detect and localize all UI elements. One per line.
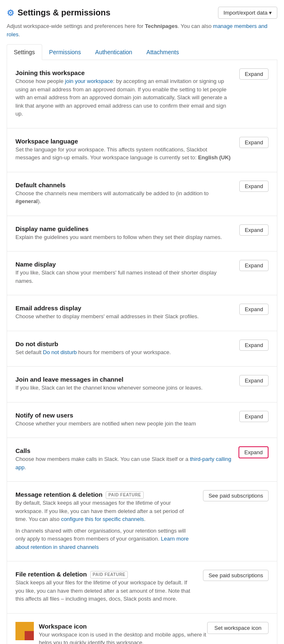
- section-new-users: Notify of new users Choose whether your …: [7, 402, 277, 438]
- section-language-header: Workspace language Set the language for …: [15, 137, 269, 162]
- tab-settings[interactable]: Settings: [7, 44, 42, 60]
- svg-rect-1: [25, 622, 34, 631]
- section-join-leave-title: Join and leave messages in channel: [15, 375, 233, 384]
- section-joining-title: Joining this workspace: [15, 68, 233, 77]
- section-email-display: Email address display Choose whether to …: [7, 295, 277, 331]
- subtitle: Adjust workspace-wide settings and prefe…: [7, 22, 277, 38]
- section-channels-header: Default channels Choose the channels new…: [15, 181, 269, 206]
- channels-expand-button[interactable]: Expand: [239, 181, 269, 192]
- section-calls-title: Calls: [15, 446, 232, 455]
- content-area: Joining this workspace Choose how people…: [7, 60, 277, 644]
- section-display-name-guidelines-title: Display name guidelines: [15, 224, 233, 233]
- section-channels-title: Default channels: [15, 181, 233, 189]
- tab-permissions[interactable]: Permissions: [42, 44, 88, 60]
- workspace-icon-preview: [15, 622, 34, 640]
- third-party-calling-link[interactable]: third-party calling app: [15, 456, 231, 470]
- section-display-name-guidelines-desc: Explain the guidelines you want members …: [15, 233, 233, 242]
- section-language-body: Workspace language Set the language for …: [15, 137, 233, 162]
- subtitle-end: .: [18, 31, 20, 38]
- section-workspace-icon-header: Workspace icon Your workspace icon is us…: [15, 622, 269, 644]
- configure-channels-link[interactable]: configure this for specific channels: [61, 516, 144, 522]
- section-new-users-body: Notify of new users Choose whether your …: [15, 411, 233, 428]
- section-dnd-header: Do not disturb Set default Do not distur…: [15, 340, 269, 357]
- file-retention-paid-button[interactable]: See paid subscriptions: [203, 570, 269, 581]
- section-joining-header: Joining this workspace Choose how people…: [15, 68, 269, 118]
- section-message-retention-header: Message retention & deletionPAID FEATURE…: [15, 490, 269, 551]
- page-header: ⚙ Settings & permissions Import/export d…: [7, 7, 277, 19]
- workspace-icon-area: Workspace icon Your workspace icon is us…: [15, 622, 207, 644]
- section-language: Workspace language Set the language for …: [7, 128, 277, 172]
- calls-expand-button[interactable]: Expand: [238, 446, 269, 458]
- join-workspace-link[interactable]: join your workspace: [65, 78, 113, 84]
- section-display-name-guidelines-body: Display name guidelines Explain the guid…: [15, 224, 233, 242]
- joining-expand-button[interactable]: Expand: [239, 68, 269, 80]
- email-display-expand-button[interactable]: Expand: [239, 304, 269, 315]
- join-leave-expand-button[interactable]: Expand: [239, 375, 269, 386]
- section-file-retention-title: File retention & deletionPAID FEATURE: [15, 570, 196, 579]
- language-expand-button[interactable]: Expand: [239, 137, 269, 148]
- section-channels-body: Default channels Choose the channels new…: [15, 181, 233, 206]
- section-file-retention-header: File retention & deletionPAID FEATURE Sl…: [15, 570, 269, 603]
- section-workspace-icon: Workspace icon Your workspace icon is us…: [7, 614, 277, 644]
- section-new-users-desc: Choose whether your members are notified…: [15, 420, 233, 428]
- page-title-text: Settings & permissions: [18, 8, 110, 18]
- section-email-display-title: Email address display: [15, 304, 233, 312]
- section-dnd-body: Do not disturb Set default Do not distur…: [15, 340, 233, 357]
- section-new-users-header: Notify of new users Choose whether your …: [15, 411, 269, 428]
- message-retention-paid-button[interactable]: See paid subscriptions: [203, 490, 269, 501]
- section-file-retention: File retention & deletionPAID FEATURE Sl…: [7, 561, 277, 614]
- svg-rect-0: [15, 622, 25, 640]
- section-name-display-desc: If you like, Slack can show your members…: [15, 269, 233, 285]
- svg-rect-2: [25, 631, 34, 640]
- section-channels: Default channels Choose the channels new…: [7, 172, 277, 216]
- gear-icon: ⚙: [7, 8, 14, 18]
- section-joining-body: Joining this workspace Choose how people…: [15, 68, 233, 118]
- section-joining-desc: Choose how people join your workspace: b…: [15, 77, 233, 118]
- subtitle-mid: . You can also: [178, 23, 213, 29]
- section-name-display-header: Name display If you like, Slack can show…: [15, 260, 269, 285]
- workspace-icon-desc: Your workspace icon is used in the deskt…: [39, 631, 207, 644]
- display-name-guidelines-expand-button[interactable]: Expand: [239, 224, 269, 236]
- section-calls-desc: Choose how members make calls in Slack. …: [15, 455, 232, 471]
- section-calls: Calls Choose how members make calls in S…: [7, 438, 277, 482]
- workspace-name-header: Technipages: [145, 23, 178, 29]
- section-file-retention-body: File retention & deletionPAID FEATURE Sl…: [15, 570, 196, 603]
- tab-authentication[interactable]: Authentication: [88, 44, 139, 60]
- section-name-display: Name display If you like, Slack can show…: [7, 252, 277, 295]
- section-email-display-header: Email address display Choose whether to …: [15, 304, 269, 321]
- section-message-retention-desc2: In channels shared with other organisati…: [15, 527, 196, 551]
- section-join-leave-desc: If you like, Slack can let the channel k…: [15, 384, 233, 392]
- workspace-icon-title: Workspace icon: [39, 622, 207, 631]
- section-display-name-guidelines-header: Display name guidelines Explain the guid…: [15, 224, 269, 242]
- import-export-button[interactable]: Import/export data ▾: [218, 7, 277, 19]
- section-message-retention-body: Message retention & deletionPAID FEATURE…: [15, 490, 196, 551]
- paid-badge-file: PAID FEATURE: [90, 571, 128, 579]
- section-dnd-title: Do not disturb: [15, 340, 233, 348]
- section-calls-header: Calls Choose how members make calls in S…: [15, 446, 269, 471]
- section-file-retention-desc: Slack keeps all your files for the lifet…: [15, 579, 196, 603]
- tab-attachments[interactable]: Attachments: [139, 44, 186, 60]
- page-wrapper: ⚙ Settings & permissions Import/export d…: [0, 0, 284, 644]
- section-dnd-desc: Set default Do not disturb hours for mem…: [15, 348, 233, 357]
- new-users-expand-button[interactable]: Expand: [239, 411, 269, 422]
- section-join-leave-header: Join and leave messages in channel If yo…: [15, 375, 269, 392]
- section-message-retention-desc: By default, Slack keeps all your message…: [15, 499, 196, 523]
- page-title: ⚙ Settings & permissions: [7, 8, 110, 18]
- section-joining: Joining this workspace Choose how people…: [7, 60, 277, 128]
- section-email-display-desc: Choose whether to display members' email…: [15, 312, 233, 321]
- section-language-desc: Set the language for your workspace. Thi…: [15, 146, 233, 162]
- dnd-link[interactable]: Do not disturb: [43, 349, 77, 355]
- paid-badge-message: PAID FEATURE: [106, 491, 143, 499]
- name-display-expand-button[interactable]: Expand: [239, 260, 269, 271]
- workspace-icon-body: Workspace icon Your workspace icon is us…: [39, 622, 207, 644]
- section-join-leave: Join and leave messages in channel If yo…: [7, 367, 277, 402]
- learn-more-retention-link[interactable]: Learn more about retention in shared cha…: [15, 536, 189, 550]
- set-workspace-icon-button[interactable]: Set workspace icon: [207, 622, 269, 634]
- section-dnd: Do not disturb Set default Do not distur…: [7, 331, 277, 367]
- section-language-title: Workspace language: [15, 137, 233, 146]
- section-channels-desc: Choose the channels new members will aut…: [15, 189, 233, 206]
- section-email-display-body: Email address display Choose whether to …: [15, 304, 233, 321]
- section-calls-body: Calls Choose how members make calls in S…: [15, 446, 232, 471]
- section-display-name-guidelines: Display name guidelines Explain the guid…: [7, 216, 277, 252]
- dnd-expand-button[interactable]: Expand: [239, 340, 269, 351]
